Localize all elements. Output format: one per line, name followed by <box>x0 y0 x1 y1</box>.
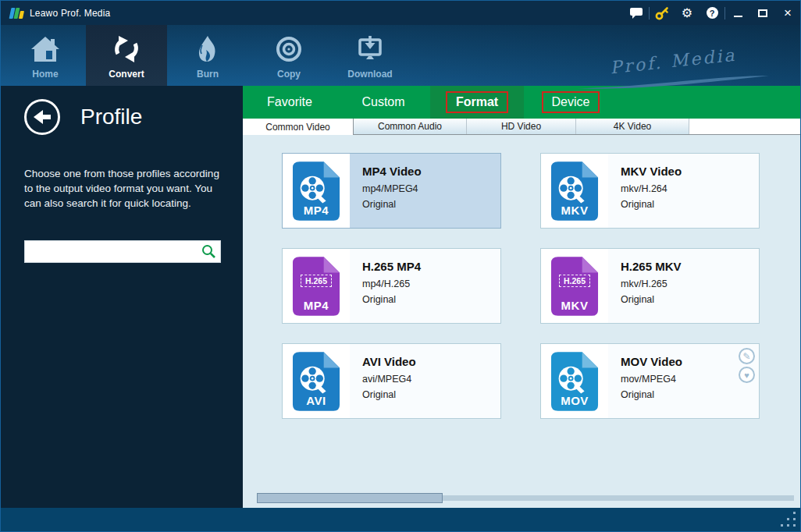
help-button[interactable]: ? <box>700 1 724 25</box>
nav-item-label: Convert <box>109 69 144 80</box>
subtab-filler <box>689 119 800 134</box>
nav-item-label: Burn <box>197 69 219 80</box>
back-button[interactable] <box>24 99 60 135</box>
subtab-common-audio[interactable]: Common Audio <box>354 119 467 134</box>
profile-card-h265-mp4[interactable]: H.265 MP4 H.265 MP4 mp4/H.265 Original <box>282 248 501 324</box>
format-icon-label: MP4 <box>292 299 340 312</box>
search-icon[interactable] <box>201 244 216 262</box>
profile-card-avi[interactable]: AVI AVI Video avi/MPEG4 Original <box>282 343 501 419</box>
card-format: mp4/MPEG4 <box>362 183 422 194</box>
subtab-4k-video[interactable]: 4K Video <box>576 119 689 134</box>
card-title: MP4 Video <box>362 165 422 178</box>
format-icon-box: H.265 MP4 <box>283 249 350 323</box>
card-format: mov/MPEG4 <box>621 374 682 385</box>
profile-card-mp4[interactable]: MP4 MP4 Video mp4/MPEG4 Original <box>282 153 501 229</box>
help-icon: ? <box>707 7 718 19</box>
card-hover-actions: ✎ ♥ <box>739 348 755 383</box>
card-title: MOV Video <box>621 355 682 368</box>
register-key-button[interactable] <box>650 1 675 25</box>
card-text: H.265 MP4 mp4/H.265 Original <box>350 249 421 323</box>
tab-format[interactable]: Format <box>430 86 524 119</box>
download-icon <box>354 34 386 64</box>
nav-item-label: Download <box>347 69 392 80</box>
profile-card-mov[interactable]: MOV MOV Video mov/MPEG4 Original ✎ ♥ <box>540 343 760 419</box>
main-area: Profile Choose one from those profiles a… <box>1 86 800 508</box>
h265-badge: H.265 <box>301 275 332 287</box>
format-icon-label: MKV <box>550 299 599 312</box>
card-text: H.265 MKV mkv/H.265 Original <box>608 249 682 323</box>
format-icon-label: MP4 <box>292 204 340 217</box>
profile-description: Choose one from those profiles according… <box>24 166 221 211</box>
card-format: avi/MPEG4 <box>362 374 416 385</box>
subtab-hd-video[interactable]: HD Video <box>467 119 576 134</box>
h265-mkv-file-icon: H.265 MKV <box>550 256 599 317</box>
format-icon-box: H.265 MKV <box>541 249 608 323</box>
card-format: mkv/H.265 <box>621 278 682 289</box>
profile-list-area: MP4 MP4 Video mp4/MPEG4 Original <box>243 135 800 508</box>
title-bar: Leawo Prof. Media ⚙ ? × <box>1 1 800 25</box>
edit-profile-button[interactable]: ✎ <box>739 348 755 364</box>
titlebar-controls: ⚙ ? × <box>624 1 800 25</box>
resize-grip-icon[interactable] <box>793 524 796 527</box>
nav-item-download[interactable]: Download <box>329 25 411 86</box>
card-quality: Original <box>362 199 422 210</box>
arrow-left-icon <box>32 108 52 126</box>
nav-item-copy[interactable]: Copy <box>248 25 329 86</box>
category-tab-bar: Favorite Custom Format Device <box>243 86 800 119</box>
close-icon: × <box>784 6 792 20</box>
favorite-profile-button[interactable]: ♥ <box>739 367 755 383</box>
avi-file-icon: AVI <box>292 351 340 412</box>
nav-item-home[interactable]: Home <box>5 25 86 86</box>
maximize-button[interactable] <box>750 1 775 25</box>
copy-disc-icon <box>273 34 304 64</box>
profile-grid: MP4 MP4 Video mp4/MPEG4 Original <box>282 153 800 419</box>
card-quality: Original <box>362 294 421 305</box>
app-logo-icon <box>10 7 23 20</box>
app-window: Leawo Prof. Media ⚙ ? × <box>0 0 801 532</box>
card-quality: Original <box>621 389 682 400</box>
nav-item-burn[interactable]: Burn <box>167 25 248 86</box>
mkv-file-icon: MKV <box>550 161 599 222</box>
format-icon-label: MKV <box>550 204 599 217</box>
card-quality: Original <box>621 294 682 305</box>
format-icon-box: MP4 <box>283 154 350 228</box>
mov-file-icon: MOV <box>550 351 599 412</box>
search-input[interactable] <box>24 240 221 263</box>
feedback-chat-button[interactable] <box>624 1 649 25</box>
gear-icon: ⚙ <box>682 7 692 20</box>
page-title: Profile <box>80 105 142 129</box>
annotation-box-device: Device <box>542 91 600 113</box>
minimize-icon <box>734 16 742 17</box>
format-icon-label: AVI <box>292 394 340 407</box>
status-bar <box>1 508 800 531</box>
chat-bubble-icon <box>630 8 643 19</box>
subtab-common-video[interactable]: Common Video <box>243 119 354 135</box>
card-text: MP4 Video mp4/MPEG4 Original <box>350 154 422 228</box>
window-title: Leawo Prof. Media <box>30 8 110 19</box>
profile-card-h265-mkv[interactable]: H.265 MKV H.265 MKV mkv/H.265 Original <box>540 248 760 324</box>
card-title: H.265 MP4 <box>362 260 421 273</box>
horizontal-scrollbar-thumb[interactable] <box>257 493 443 503</box>
settings-button[interactable]: ⚙ <box>675 1 700 25</box>
nav-item-convert[interactable]: Convert <box>86 25 167 86</box>
tab-custom[interactable]: Custom <box>336 86 430 119</box>
close-button[interactable]: × <box>775 1 800 25</box>
profile-card-mkv[interactable]: MKV MKV Video mkv/H.264 Original <box>540 153 760 229</box>
tab-device[interactable]: Device <box>524 86 618 119</box>
convert-icon <box>111 34 142 64</box>
mp4-file-icon: MP4 <box>292 161 340 222</box>
main-nav-bar: Home Convert Burn <box>1 25 800 86</box>
profile-sidebar: Profile Choose one from those profiles a… <box>1 86 243 508</box>
h265-badge: H.265 <box>559 275 590 287</box>
nav-item-label: Home <box>32 69 58 80</box>
card-title: H.265 MKV <box>621 260 682 273</box>
minimize-button[interactable] <box>725 1 750 25</box>
tab-favorite[interactable]: Favorite <box>243 86 336 119</box>
search-box <box>24 240 221 263</box>
format-icon-box: MOV <box>541 344 608 418</box>
burn-flame-icon <box>192 34 223 64</box>
profile-content: Favorite Custom Format Device Common Vid… <box>243 86 800 508</box>
card-text: MKV Video mkv/H.264 Original <box>608 154 682 228</box>
card-title: AVI Video <box>362 355 416 368</box>
card-text: MOV Video mov/MPEG4 Original <box>608 344 682 418</box>
